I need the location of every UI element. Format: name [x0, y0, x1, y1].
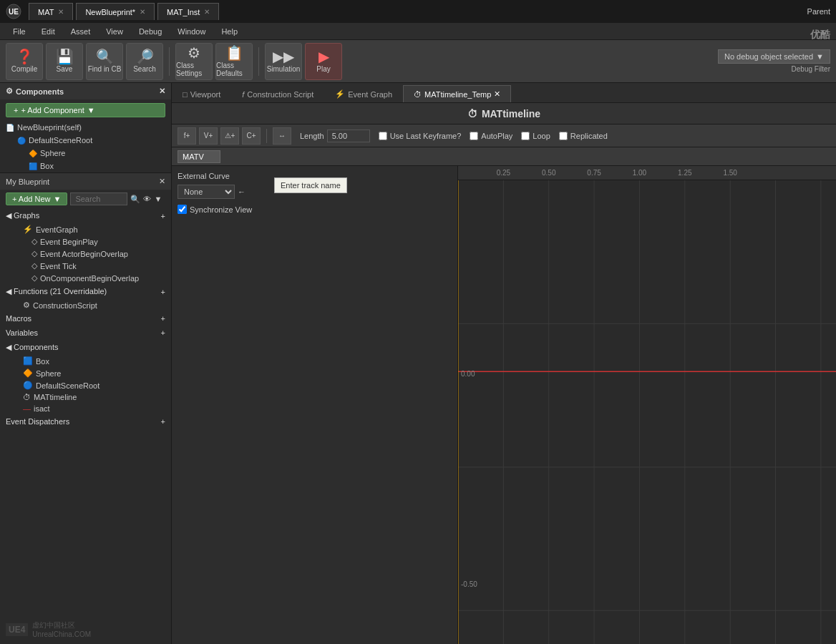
components-close-icon[interactable]: ✕	[159, 87, 165, 96]
menu-view[interactable]: View	[99, 26, 130, 37]
bp-defaultsceneroot-item[interactable]: 🔵 DefaultSceneRoot	[0, 379, 171, 391]
sync-view-checkbox[interactable]	[178, 205, 187, 214]
oncomponentbeginoverlap-item[interactable]: ◇ OnComponentBeginOverlap	[0, 272, 171, 284]
component-box[interactable]: 🟦 Box	[0, 160, 171, 172]
menu-debug[interactable]: Debug	[132, 26, 169, 37]
compile-button[interactable]: ❓ Compile	[6, 43, 43, 80]
components-sub-section-title[interactable]: ◀ Components	[0, 340, 171, 355]
add-component-button[interactable]: + + Add Component ▼	[6, 103, 165, 117]
find-cb-label: Find in CB	[88, 65, 122, 73]
event-graph-item[interactable]: ⚡ EventGraph	[0, 223, 171, 235]
class-settings-label: Class Settings	[176, 62, 212, 77]
replicated-check[interactable]: Replicated	[559, 132, 608, 140]
play-button[interactable]: ▶ Play	[305, 43, 342, 80]
construction-script-item[interactable]: ⚙ ConstructionScript	[0, 299, 171, 311]
use-last-keyframe-check[interactable]: Use Last Keyframe?	[379, 132, 462, 140]
use-last-keyframe-checkbox[interactable]	[379, 132, 387, 140]
watermark-right: 优酷	[810, 29, 830, 638]
menu-edit[interactable]: Edit	[34, 26, 62, 37]
bp-mattimeline-item[interactable]: ⏱ MATtimeline	[0, 391, 171, 403]
graphs-section-title[interactable]: ◀ Graphs +	[0, 208, 171, 223]
tl-add-color-btn[interactable]: C+	[242, 127, 261, 145]
length-input[interactable]	[327, 130, 370, 142]
bp-defaultsceneroot-icon: 🔵	[23, 381, 33, 390]
blueprint-search-input[interactable]	[70, 192, 127, 205]
loop-check[interactable]: Loop	[521, 132, 550, 140]
mattimeline-temp-close[interactable]: ✕	[494, 89, 500, 99]
add-new-button[interactable]: + Add New ▼	[6, 192, 67, 205]
bp-sphere-item[interactable]: 🔶 Sphere	[0, 367, 171, 379]
functions-add-icon[interactable]: +	[161, 288, 165, 296]
component-newblueprint[interactable]: 📄 NewBlueprint(self)	[0, 121, 171, 134]
tab-mat-inst[interactable]: MAT_Inst ✕	[157, 3, 219, 20]
ext-curve-select[interactable]: None	[178, 185, 235, 199]
tab-viewport[interactable]: □ Viewport	[172, 85, 231, 102]
menu-file[interactable]: File	[6, 26, 33, 37]
event-beginplay-item[interactable]: ◇ Event BeginPlay	[0, 235, 171, 248]
tab-mattimeline-temp[interactable]: ⏱ MATtimeline_Temp ✕	[403, 85, 511, 102]
save-label: Save	[57, 65, 73, 73]
blueprint-close-icon[interactable]: ✕	[159, 177, 165, 186]
tab-mat-inst-close[interactable]: ✕	[204, 8, 210, 16]
left-sidebar: ⚙ Components ✕ + + Add Component ▼ 📄 New…	[0, 83, 172, 644]
autoplay-checkbox[interactable]	[470, 132, 478, 140]
curve-area: External Curve None ← Synchronize View	[172, 166, 836, 644]
menu-asset[interactable]: Asset	[64, 26, 98, 37]
sync-view-label: Synchronize View	[190, 205, 252, 214]
tab-mat[interactable]: MAT ✕	[29, 3, 73, 20]
find-in-cb-button[interactable]: 🔍 Find in CB	[86, 43, 123, 80]
expand-icon[interactable]: ▼	[154, 195, 162, 203]
bp-isact-icon: —	[23, 404, 31, 413]
bp-box-item[interactable]: 🟦 Box	[0, 355, 171, 367]
save-button[interactable]: 💾 Save	[46, 43, 83, 80]
tab-newblueprint-label: NewBlueprint*	[85, 8, 135, 16]
variables-section-title[interactable]: Variables +	[0, 326, 171, 340]
component-defaultsceneroot[interactable]: 🔵 DefaultSceneRoot	[0, 134, 171, 147]
functions-section-title[interactable]: ◀ Functions (21 Overridable) +	[0, 284, 171, 299]
autoplay-label: AutoPlay	[481, 132, 512, 140]
class-defaults-button[interactable]: 📋 Class Defaults	[215, 43, 253, 80]
simulation-button[interactable]: ▶▶ Simulation	[265, 43, 302, 80]
tl-fit-btn[interactable]: ↔	[273, 127, 291, 145]
tl-add-vector-btn[interactable]: V+	[199, 127, 218, 145]
tab-mat-close[interactable]: ✕	[58, 8, 64, 16]
add-component-dropdown-icon: ▼	[87, 106, 95, 114]
tab-event-graph[interactable]: ⚡ Event Graph	[324, 85, 403, 102]
loop-checkbox[interactable]	[521, 132, 530, 140]
tl-add-event-btn[interactable]: ⚠+	[220, 127, 239, 145]
event-dispatchers-section-title[interactable]: Event Dispatchers +	[0, 414, 171, 429]
event-actorbeginoverlap-item[interactable]: ◇ Event ActorBeginOverlap	[0, 248, 171, 260]
track-name-input[interactable]	[178, 150, 220, 163]
macros-add-icon[interactable]: +	[161, 314, 165, 323]
event-dispatchers-add-icon[interactable]: +	[161, 417, 165, 426]
event-beginplay-icon: ◇	[31, 237, 37, 246]
class-defaults-icon: 📋	[225, 46, 243, 60]
wm-youku: 优酷	[810, 29, 830, 42]
search-icon-bp: 🔍	[130, 195, 140, 204]
component-sphere[interactable]: 🔶 Sphere	[0, 147, 171, 160]
replicated-checkbox[interactable]	[559, 132, 568, 140]
replicated-label: Replicated	[570, 132, 608, 140]
autoplay-check[interactable]: AutoPlay	[470, 132, 512, 140]
tab-newblueprint[interactable]: NewBlueprint* ✕	[76, 3, 155, 20]
bp-isact-item[interactable]: — isact	[0, 403, 171, 414]
tl-add-float-btn[interactable]: f+	[178, 127, 196, 145]
macros-section-title[interactable]: Macros +	[0, 311, 171, 326]
tab-construction-script[interactable]: f Construction Script	[231, 85, 324, 102]
sync-view-check[interactable]: Synchronize View	[178, 205, 452, 214]
menu-help[interactable]: Help	[214, 26, 245, 37]
visibility-icon[interactable]: 👁	[143, 195, 151, 203]
event-tick-item[interactable]: ◇ Event Tick	[0, 260, 171, 272]
compile-icon: ❓	[16, 49, 34, 64]
ruler-mark-100: 1.00	[633, 169, 646, 177]
tab-newblueprint-close[interactable]: ✕	[140, 8, 145, 16]
menu-window[interactable]: Window	[170, 26, 213, 37]
title-bar: UE MAT ✕ NewBlueprint* ✕ MAT_Inst ✕ Pare…	[0, 0, 836, 23]
class-settings-button[interactable]: ⚙ Class Settings	[175, 43, 213, 80]
variables-add-icon[interactable]: +	[161, 328, 165, 337]
search-button[interactable]: 🔎 Search	[126, 43, 163, 80]
simulation-icon: ▶▶	[273, 49, 294, 64]
graphs-add-icon[interactable]: +	[161, 212, 165, 220]
construction-script-icon: ⚙	[23, 301, 30, 310]
curve-graph: 0.00 -0.50	[458, 180, 836, 644]
